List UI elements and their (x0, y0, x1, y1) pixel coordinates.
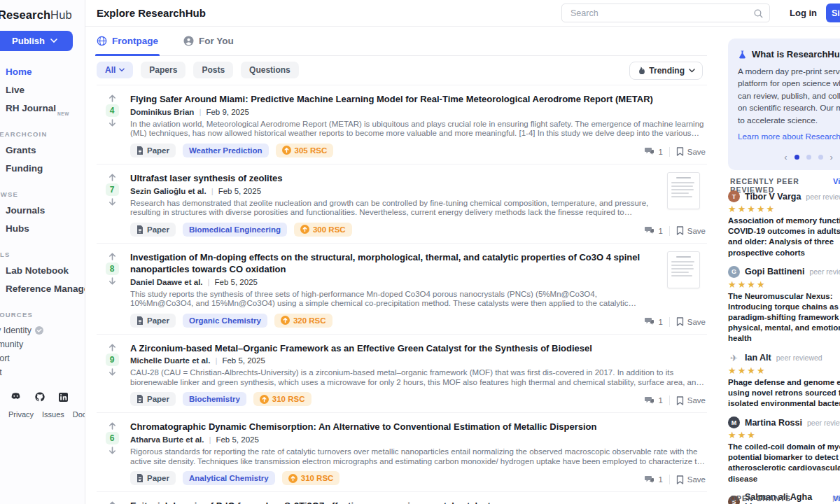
topic-badge[interactable]: Biomedical Engineering (183, 223, 287, 237)
sidebar-item-rh-journal[interactable]: RH JournalNEW (0, 101, 85, 119)
downvote-icon[interactable] (108, 368, 116, 376)
sidebar-item-live[interactable]: Live (0, 83, 85, 101)
reviewer-name[interactable]: Ian Alt (745, 353, 771, 363)
type-badge[interactable]: Paper (130, 314, 176, 328)
downvote-icon[interactable] (108, 447, 116, 454)
feed-item[interactable]: 7 Epitaxial domain of PdO formed on Sr3T… (97, 492, 707, 504)
downvote-icon[interactable] (108, 198, 116, 206)
paper-authors[interactable]: Atharva Burte et al. (130, 435, 204, 444)
open-grants-view-all[interactable]: View all (833, 494, 840, 503)
peer-review-item[interactable]: G Gopi Battineni peer reviewed ★★★★ The … (728, 266, 840, 344)
github-icon[interactable] (35, 392, 45, 402)
comments-button[interactable]: 1 (644, 317, 662, 326)
paper-authors[interactable]: Dominikus Brian (130, 108, 194, 116)
reviewed-paper-title[interactable]: Association of memory function with COVI… (728, 216, 840, 258)
sidebar-item-home[interactable]: Home (0, 64, 85, 83)
sidebar-item-funding[interactable]: Funding (0, 161, 85, 179)
publish-button[interactable]: Publish (0, 31, 73, 51)
topic-badge[interactable]: Analytical Chemistry (183, 471, 275, 485)
comments-button[interactable]: 1 (644, 147, 662, 156)
paper-thumbnail[interactable] (667, 251, 700, 288)
feed-item[interactable]: 8 Investigation of Mn-doping effects on … (97, 244, 707, 335)
paper-title[interactable]: Flying Safer Around Miami: Predictive Ma… (130, 94, 707, 106)
upvote-icon[interactable] (108, 344, 116, 351)
topic-badge[interactable]: Organic Chemistry (183, 314, 267, 328)
upvote-icon[interactable] (108, 174, 116, 181)
tab-frontpage[interactable]: Frontpage (97, 27, 158, 55)
upvote-icon[interactable] (108, 253, 116, 260)
discord-icon[interactable] (10, 393, 21, 401)
sidebar-item-grants[interactable]: Grants (0, 143, 85, 161)
feed-item[interactable]: 6 Chromatographic Dynamic Chemisorption:… (97, 413, 707, 492)
carousel-dot[interactable] (818, 155, 823, 160)
downvote-icon[interactable] (108, 277, 116, 285)
rsc-badge[interactable]: 300 RSC (294, 223, 352, 237)
paper-title[interactable]: A Zirconium-based Metal–Organic Framewor… (130, 343, 707, 355)
sidebar-item-about[interactable]: About (0, 365, 85, 379)
save-button[interactable]: Save (676, 317, 706, 326)
paper-title[interactable]: Chromatographic Dynamic Chemisorption: A… (130, 421, 707, 433)
upvote-icon[interactable] (108, 94, 116, 102)
sidebar-item-community[interactable]: Community (0, 337, 85, 351)
carousel-dot[interactable] (794, 155, 799, 160)
carousel-dot[interactable] (806, 155, 811, 160)
paper-authors[interactable]: Daniel Daawe et al. (130, 278, 203, 286)
feed-item[interactable]: 4 Flying Safer Around Miami: Predictive … (97, 85, 707, 164)
reviewed-paper-title[interactable]: The coiled-coil domain of myosin-11 a po… (728, 442, 840, 484)
filter-pill-posts[interactable]: Posts (193, 62, 233, 78)
sort-trending-button[interactable]: Trending (629, 62, 703, 80)
rsc-badge[interactable]: 310 RSC (253, 392, 312, 406)
comments-button[interactable]: 1 (644, 396, 662, 405)
signup-button[interactable]: Sign up (826, 4, 840, 22)
rsc-badge[interactable]: 310 RSC (282, 471, 340, 485)
type-badge[interactable]: Paper (130, 471, 176, 485)
footer-link-privacy[interactable]: Privacy (8, 410, 34, 419)
filter-pill-questions[interactable]: Questions (241, 62, 299, 78)
sidebar-item-verify-identity[interactable]: Verify Identity (0, 323, 85, 337)
upvote-icon[interactable] (108, 501, 116, 504)
search-box[interactable] (561, 4, 770, 22)
reviewer-name[interactable]: Tibor V Varga (745, 192, 801, 202)
filter-pill-all[interactable]: All (97, 62, 133, 78)
comments-button[interactable]: 1 (644, 226, 662, 235)
upvote-icon[interactable] (108, 422, 116, 430)
sidebar-item-journals[interactable]: Journals (0, 203, 85, 221)
comments-button[interactable]: 1 (644, 475, 662, 484)
peer-reviewed-view-all[interactable]: View all (833, 177, 840, 186)
sidebar-item-hubs[interactable]: Hubs (0, 221, 85, 239)
learn-more-link[interactable]: Learn more about ResearchHub (738, 132, 840, 141)
tab-for-you[interactable]: For You (183, 27, 234, 55)
type-badge[interactable]: Paper (130, 392, 176, 406)
login-button[interactable]: Log in (790, 8, 817, 18)
sidebar-item-reference-manager[interactable]: Reference ManagerBETA (0, 281, 85, 300)
topic-badge[interactable]: Weather Prediction (183, 144, 269, 158)
paper-title[interactable]: Investigation of Mn-doping effects on th… (130, 252, 652, 276)
peer-review-item[interactable]: T Tibor V Varga peer reviewed ★★★★★ Asso… (728, 190, 840, 258)
save-button[interactable]: Save (676, 226, 706, 235)
paper-thumbnail[interactable] (667, 172, 700, 209)
reviewed-paper-title[interactable]: The Neuromuscular Nexus: Introducing tor… (728, 291, 840, 344)
type-badge[interactable]: Paper (130, 223, 176, 237)
filter-pill-papers[interactable]: Papers (141, 62, 186, 78)
paper-title[interactable]: Ultrafast laser synthesis of zeolites (130, 173, 652, 185)
linkedin-icon[interactable] (59, 393, 68, 402)
downvote-icon[interactable] (108, 119, 116, 127)
reviewer-name[interactable]: Gopi Battineni (745, 267, 804, 276)
search-input[interactable] (562, 4, 769, 22)
rsc-badge[interactable]: 305 RSC (276, 144, 334, 158)
researchhub-logo[interactable]: ResearchHub (0, 8, 72, 22)
sidebar-item-support[interactable]: Support (0, 351, 85, 365)
topic-badge[interactable]: Biochemistry (183, 392, 246, 406)
footer-link-docs[interactable]: Docs (73, 410, 85, 419)
peer-review-item[interactable]: ✈ Ian Alt peer reviewed ★★★★ Phage defen… (728, 352, 840, 410)
rsc-badge[interactable]: 320 RSC (274, 314, 332, 328)
reviewed-paper-title[interactable]: Phage defense and genome editing using n… (728, 377, 840, 410)
peer-review-item[interactable]: M Martina Rossi peer reviewed ★★★ The co… (728, 416, 840, 484)
paper-authors[interactable]: Michelle Duarte et al. (130, 356, 210, 365)
save-button[interactable]: Save (676, 147, 706, 156)
type-badge[interactable]: Paper (130, 144, 176, 158)
carousel-prev-icon[interactable]: ‹ (784, 153, 787, 162)
save-button[interactable]: Save (676, 475, 706, 484)
save-button[interactable]: Save (676, 396, 706, 405)
sidebar-item-lab-notebook[interactable]: Lab Notebook (0, 263, 85, 281)
